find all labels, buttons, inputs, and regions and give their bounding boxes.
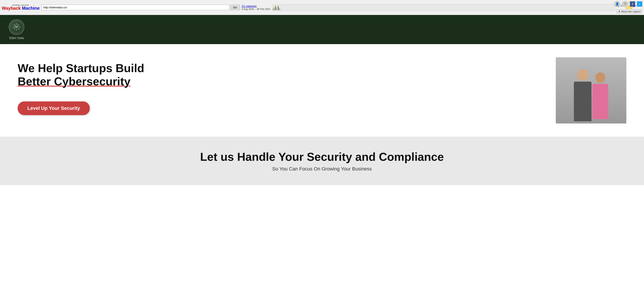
hero-left: We Help Startups Build Better Cybersecur… (18, 57, 172, 115)
timeline-tick (279, 8, 280, 10)
svg-point-11 (16, 27, 17, 28)
wayback-timeline (272, 4, 615, 11)
twitter-icon[interactable]: t (637, 1, 642, 6)
svg-point-10 (18, 28, 19, 29)
svg-point-12 (14, 27, 15, 28)
wayback-go-button[interactable]: Go (230, 5, 240, 10)
wayback-url-input[interactable] (42, 5, 230, 10)
section-subtitle: So You Can Focus On Growing Your Busines… (18, 166, 626, 172)
site-header: Eden Data (0, 15, 644, 44)
svg-point-7 (20, 27, 20, 28)
wayback-logo-main: Wayback Machine (2, 6, 40, 10)
svg-point-2 (16, 24, 17, 24)
man-body (574, 82, 592, 121)
couple-figure (574, 60, 608, 121)
timeline-tick (273, 8, 274, 10)
svg-point-4 (13, 27, 14, 28)
svg-point-5 (15, 26, 16, 27)
timeline-tick-active (277, 5, 278, 10)
wayback-captures-date: 6 Aug 2020 – 28 Feb 2023 (242, 8, 270, 10)
timeline-tick (280, 8, 280, 10)
timeline-tick (276, 7, 276, 10)
timeline-tick (278, 6, 278, 10)
timeline-tick (272, 8, 273, 10)
user-icon[interactable]: 👤 (614, 1, 620, 7)
figure-woman (592, 72, 608, 119)
help-icon[interactable]: ? (622, 1, 628, 7)
svg-point-13 (18, 27, 19, 28)
hero-cta-button[interactable]: Level Up Your Security (18, 102, 90, 115)
svg-point-6 (17, 26, 18, 27)
wayback-right-icons: 👤 ? f t (614, 1, 642, 7)
svg-point-8 (14, 28, 15, 29)
hero-headline-line2: Better Cybersecurity (18, 75, 130, 88)
wayback-blue-text: Machine (22, 6, 40, 10)
couple-photo (556, 57, 626, 124)
section-title: Let us Handle Your Security and Complian… (18, 150, 626, 164)
wayback-captures-link[interactable]: 22 captures (242, 4, 270, 8)
dropdown-arrow-icon: ▼ (618, 10, 620, 13)
hero-right (556, 57, 626, 124)
wayback-logo[interactable]: INTERNET ARCHIVE Wayback Machine (2, 4, 40, 10)
wayback-bar: INTERNET ARCHIVE Wayback Machine Go 22 c… (0, 0, 644, 15)
timeline-tick (274, 7, 274, 10)
svg-point-1 (14, 24, 15, 25)
logo-svg (10, 20, 23, 34)
wayback-url-form: Go (42, 5, 240, 10)
hero-headline-line1: We Help Startups Build (18, 62, 144, 74)
timeline-tick (274, 8, 275, 10)
wayback-red-text: Wayback (2, 6, 21, 10)
figure-man (574, 69, 592, 121)
about-capture-button[interactable]: ▼ About this capture (616, 10, 642, 14)
site-logo-area[interactable]: Eden Data (9, 20, 24, 40)
svg-point-3 (18, 24, 19, 25)
timeline-tick (276, 8, 277, 10)
timeline-tick (278, 7, 279, 10)
logo-circle (9, 20, 24, 35)
woman-head (595, 72, 606, 83)
wayback-captures-info: 22 captures 6 Aug 2020 – 28 Feb 2023 (242, 4, 270, 10)
about-capture-label: About this capture (621, 10, 641, 13)
woman-body (592, 84, 608, 119)
svg-point-9 (16, 29, 17, 30)
timeline-tick (275, 6, 276, 10)
svg-point-15 (17, 25, 18, 26)
hero-headline: We Help Startups Build Better Cybersecur… (18, 62, 172, 88)
timeline-bar[interactable] (272, 4, 615, 11)
section-below: Let us Handle Your Security and Complian… (0, 137, 644, 185)
hero-image (556, 57, 626, 124)
facebook-icon[interactable]: f (630, 1, 635, 6)
man-head (577, 69, 588, 81)
site-logo-name: Eden Data (9, 36, 24, 40)
main-content: We Help Startups Build Better Cybersecur… (0, 44, 644, 137)
svg-point-14 (16, 25, 16, 26)
